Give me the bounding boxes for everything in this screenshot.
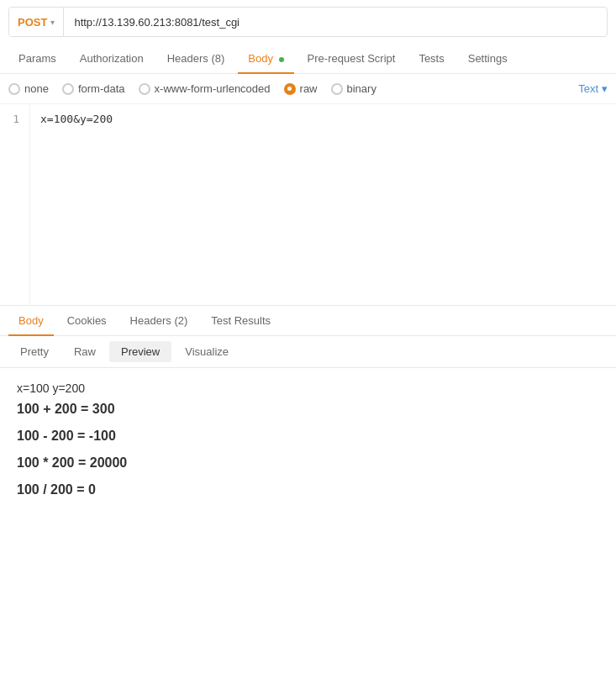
body-dot-indicator: [279, 57, 284, 62]
tab-params[interactable]: Params: [8, 44, 66, 73]
tab-pre-request-script[interactable]: Pre-request Script: [297, 44, 406, 73]
radio-none[interactable]: none: [8, 82, 49, 95]
request-tabs-row: Params Authorization Headers (8) Body Pr…: [0, 44, 616, 74]
tab-tests[interactable]: Tests: [408, 44, 454, 73]
tab-settings[interactable]: Settings: [458, 44, 518, 73]
url-input[interactable]: [64, 16, 607, 29]
preview-tabs-row: Pretty Raw Preview Visualize: [0, 336, 616, 368]
radio-raw-circle: [284, 83, 296, 95]
tab-headers[interactable]: Headers (8): [157, 44, 235, 73]
radio-binary[interactable]: binary: [331, 82, 376, 95]
response-line-4: 100 * 200 = 20000: [17, 455, 599, 471]
code-editor: 1 x=100&y=200: [0, 104, 616, 306]
method-label: POST: [18, 16, 47, 29]
code-content[interactable]: x=100&y=200: [30, 104, 616, 305]
radio-binary-circle: [331, 83, 343, 95]
preview-tab-preview[interactable]: Preview: [109, 341, 171, 362]
response-tab-test-results[interactable]: Test Results: [201, 306, 281, 335]
url-bar: POST ▾: [8, 7, 608, 37]
format-selector[interactable]: Text ▾: [578, 82, 608, 95]
preview-tab-visualize[interactable]: Visualize: [173, 341, 240, 362]
radio-form-data-circle: [62, 83, 74, 95]
response-tabs-row: Body Cookies Headers (2) Test Results: [0, 306, 616, 336]
response-line-5: 100 / 200 = 0: [17, 482, 599, 497]
response-line-1: x=100 y=200: [17, 381, 599, 395]
format-chevron-icon: ▾: [602, 82, 608, 95]
radio-x-www-form-urlencoded[interactable]: x-www-form-urlencoded: [139, 82, 271, 95]
preview-tab-raw[interactable]: Raw: [62, 341, 108, 362]
chevron-down-icon: ▾: [50, 18, 55, 27]
radio-form-data[interactable]: form-data: [62, 82, 125, 95]
preview-tab-pretty[interactable]: Pretty: [8, 341, 61, 362]
line-numbers: 1: [0, 104, 30, 305]
response-tab-body[interactable]: Body: [8, 306, 54, 335]
radio-x-www-circle: [139, 83, 150, 95]
tab-body[interactable]: Body: [238, 44, 293, 73]
radio-none-circle: [8, 83, 20, 95]
tab-authorization[interactable]: Authorization: [70, 44, 154, 73]
response-line-3: 100 - 200 = -100: [17, 429, 599, 444]
response-line-2: 100 + 200 = 300: [17, 402, 599, 417]
line-number-1: 1: [10, 113, 19, 125]
response-tab-cookies[interactable]: Cookies: [57, 306, 117, 335]
method-selector[interactable]: POST ▾: [9, 8, 64, 36]
body-options-row: none form-data x-www-form-urlencoded raw…: [0, 74, 616, 104]
radio-raw[interactable]: raw: [284, 82, 318, 95]
response-content: x=100 y=200 100 + 200 = 300 100 - 200 = …: [0, 368, 616, 523]
response-tab-headers[interactable]: Headers (2): [120, 306, 198, 335]
